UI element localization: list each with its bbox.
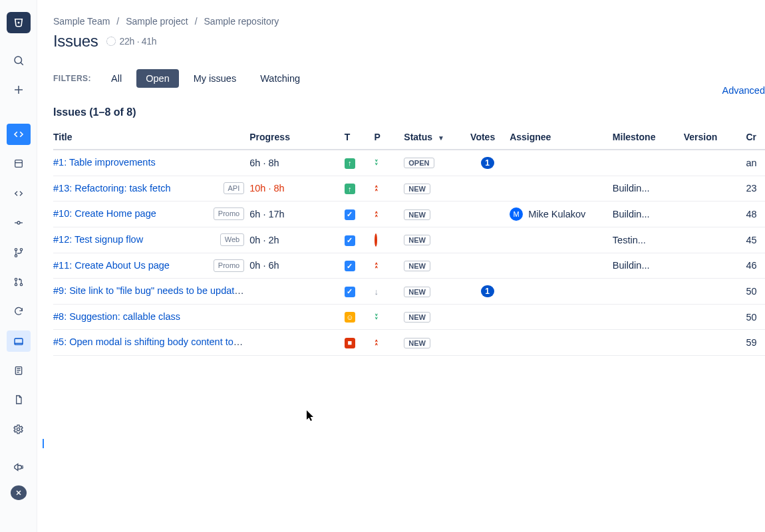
progress-text: 6h · 8h xyxy=(249,150,345,176)
created-text: 50 xyxy=(746,304,765,330)
col-progress[interactable]: Progress xyxy=(249,125,345,150)
col-milestone[interactable]: Milestone xyxy=(613,125,684,150)
filter-tab-watching[interactable]: Watching xyxy=(251,69,309,88)
create-icon[interactable] xyxy=(7,79,31,100)
breadcrumb-item[interactable]: Sample project xyxy=(126,16,188,27)
col-version[interactable]: Version xyxy=(684,125,746,150)
status-badge: NEW xyxy=(404,184,430,194)
type-improvement-icon: ↑ xyxy=(345,184,355,194)
issues-table: Title Progress T P Status ▼ Votes Assign… xyxy=(53,125,765,356)
resize-handle[interactable] xyxy=(43,439,44,448)
priority-trivial-icon: ↓ xyxy=(375,287,379,297)
feedback-icon[interactable] xyxy=(7,456,31,477)
issue-link[interactable]: #5: Open modal is shifting body content … xyxy=(53,336,249,347)
issue-link[interactable]: #13: Refactoring: task fetch xyxy=(53,183,171,194)
created-text: an xyxy=(746,150,765,176)
svg-rect-5 xyxy=(15,160,22,168)
col-status[interactable]: Status ▼ xyxy=(404,125,470,150)
nav-wiki-icon[interactable] xyxy=(7,360,31,381)
version-text xyxy=(684,253,746,279)
col-assignee[interactable]: Assignee xyxy=(510,125,613,150)
nav-downloads-icon[interactable] xyxy=(7,389,31,410)
issue-link[interactable]: #10: Create Home page xyxy=(53,208,156,219)
nav-branches-icon[interactable] xyxy=(7,241,31,263)
svg-point-10 xyxy=(15,248,17,250)
svg-point-13 xyxy=(15,278,17,280)
created-text: 23 xyxy=(746,176,765,201)
list-heading: Issues (1–8 of 8) xyxy=(53,106,765,118)
sort-indicator-icon: ▼ xyxy=(438,134,444,142)
type-task-icon: ✓ xyxy=(345,261,355,271)
progress-text: 0h · 2h xyxy=(249,227,345,253)
avatar: M xyxy=(510,207,523,221)
product-logo[interactable] xyxy=(7,12,31,33)
col-created[interactable]: Cr xyxy=(746,125,765,150)
type-task-icon: ✓ xyxy=(345,235,355,246)
nav-code-icon[interactable] xyxy=(7,183,31,204)
table-row: #13: Refactoring: task fetchAPI10h · 8h↑… xyxy=(53,176,765,201)
type-proposal-icon: ☺ xyxy=(345,312,355,323)
svg-line-2 xyxy=(21,63,23,65)
clock-icon xyxy=(106,37,116,46)
svg-point-22 xyxy=(17,428,19,431)
issue-link[interactable]: #9: Site link to "file bug" needs to be … xyxy=(53,285,245,296)
issue-tag: Promo xyxy=(214,259,244,272)
table-header-row: Title Progress T P Status ▼ Votes Assign… xyxy=(53,125,765,150)
status-badge: NEW xyxy=(404,261,430,271)
filters-label: FILTERS: xyxy=(53,74,91,83)
help-icon[interactable] xyxy=(11,485,27,500)
col-title[interactable]: Title xyxy=(53,125,249,150)
milestone-text: Buildin... xyxy=(613,176,684,201)
table-row: #12: Test signup flowWeb0h · 2h✓NEWTesti… xyxy=(53,227,765,253)
nav-overview-icon[interactable] xyxy=(7,153,31,174)
nav-source-icon[interactable] xyxy=(7,124,31,145)
milestone-text xyxy=(613,150,684,176)
nav-pullrequests-icon[interactable] xyxy=(7,271,31,293)
breadcrumb-item[interactable]: Sample Team xyxy=(53,16,110,27)
status-badge: OPEN xyxy=(404,158,434,168)
nav-settings-icon[interactable] xyxy=(7,419,31,440)
filter-bar: FILTERS: AllOpenMy issuesWatching xyxy=(53,69,765,88)
breadcrumb-item[interactable]: Sample repository xyxy=(204,16,279,27)
table-row: #11: Create About Us pagePromo0h · 6h✓˄˄… xyxy=(53,253,765,279)
status-badge: NEW xyxy=(404,235,430,245)
type-task-icon: ✓ xyxy=(345,287,355,297)
status-badge: NEW xyxy=(404,209,430,220)
filter-tab-all[interactable]: All xyxy=(102,69,131,88)
status-badge: NEW xyxy=(404,312,430,323)
page-title-text: Issues xyxy=(53,32,98,51)
nav-commits-icon[interactable] xyxy=(7,212,31,233)
col-status-label: Status xyxy=(404,132,432,142)
page-title: Issues 22h · 41h xyxy=(53,32,765,51)
milestone-text xyxy=(613,330,684,356)
progress-text: 10h · 8h xyxy=(249,176,345,201)
issue-link[interactable]: #1: Table improvements xyxy=(53,157,156,168)
filter-tab-open[interactable]: Open xyxy=(136,69,178,88)
col-votes[interactable]: Votes xyxy=(470,125,510,150)
search-icon[interactable] xyxy=(7,49,31,70)
assignee-name: Mike Kulakov xyxy=(528,209,585,219)
advanced-search-link[interactable]: Advanced xyxy=(722,85,766,96)
progress-text xyxy=(249,304,345,330)
priority-high-icon: ˄˄ xyxy=(375,213,379,220)
col-type[interactable]: T xyxy=(345,125,375,150)
version-text xyxy=(684,330,746,356)
page-time-summary: 22h · 41h xyxy=(106,36,157,47)
nav-issues-icon[interactable] xyxy=(7,331,31,352)
table-row: #8: Suggestion: callable class☺˅˅NEW50 xyxy=(53,304,765,330)
progress-text: 6h · 17h xyxy=(249,201,345,227)
issue-link[interactable]: #12: Test signup flow xyxy=(53,234,143,245)
type-task-icon: ✓ xyxy=(345,209,355,220)
version-text xyxy=(684,201,746,227)
col-priority[interactable]: P xyxy=(375,125,404,150)
filter-tab-my[interactable]: My issues xyxy=(184,69,245,88)
created-text: 46 xyxy=(746,253,765,279)
nav-pipelines-icon[interactable] xyxy=(7,301,31,322)
issue-link[interactable]: #11: Create About Us page xyxy=(53,260,170,271)
issue-link[interactable]: #8: Suggestion: callable class xyxy=(53,311,180,322)
assignee-cell[interactable]: MMike Kulakov xyxy=(510,207,607,221)
milestone-text: Buildin... xyxy=(613,253,684,279)
vote-badge: 1 xyxy=(481,157,494,169)
milestone-text: Buildin... xyxy=(613,201,684,227)
svg-point-15 xyxy=(20,283,22,285)
